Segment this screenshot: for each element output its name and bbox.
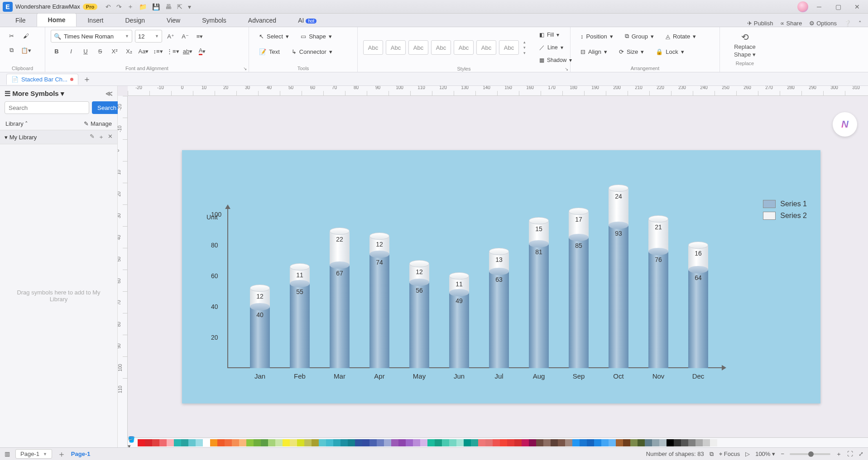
color-swatch[interactable] <box>659 439 667 446</box>
page-tab[interactable]: Page-1 <box>71 451 91 457</box>
connector-tool[interactable]: ↳ Connector ▾ <box>287 45 337 58</box>
color-swatch[interactable] <box>674 439 681 446</box>
lib-add-icon[interactable]: ＋ <box>98 133 104 141</box>
color-swatch[interactable] <box>514 439 522 446</box>
doc-tab[interactable]: 📄 Stacked Bar Ch... <box>6 74 78 85</box>
strikethrough-icon[interactable]: S <box>94 45 106 57</box>
mylibrary-header[interactable]: ▾ My Library <box>5 134 37 141</box>
color-swatch[interactable] <box>601 439 609 446</box>
color-swatch[interactable] <box>275 439 283 446</box>
color-swatch[interactable] <box>210 439 217 446</box>
gallery-up-icon[interactable]: ▴ <box>523 40 526 44</box>
bar-column[interactable]: 1664 <box>688 245 708 368</box>
bullet-list-icon[interactable]: ⋮≡▾ <box>167 45 179 57</box>
focus-button[interactable]: ⌖ Focus <box>719 451 740 458</box>
color-swatch[interactable] <box>239 439 246 446</box>
color-swatch[interactable] <box>681 439 688 446</box>
lib-close-icon[interactable]: ✕ <box>108 133 113 141</box>
bar-column[interactable]: 2267 <box>330 231 350 368</box>
color-swatch[interactable] <box>427 439 435 446</box>
tab-home[interactable]: Home <box>37 13 77 27</box>
underline-icon[interactable]: U <box>80 45 91 57</box>
color-swatch[interactable] <box>471 439 478 446</box>
paste-icon[interactable]: 📋▾ <box>20 44 32 56</box>
search-input[interactable] <box>5 101 89 114</box>
print-icon[interactable]: 🖶 <box>165 3 172 10</box>
gallery-down-icon[interactable]: ▾ <box>523 45 526 50</box>
style-preset[interactable]: Abc <box>476 40 496 55</box>
stacked-bar-chart[interactable]: Unit100806040201240Jan1155Feb2267Mar1274… <box>227 195 762 385</box>
avatar[interactable] <box>797 1 808 12</box>
style-gallery[interactable]: Abc Abc Abc Abc Abc Abc Abc <box>363 40 519 55</box>
tab-advanced[interactable]: Advanced <box>237 14 287 27</box>
color-swatch[interactable] <box>369 439 377 446</box>
size-button[interactable]: ⟳ Size ▾ <box>614 45 648 58</box>
maximize-button[interactable]: ▢ <box>830 3 846 10</box>
color-swatch[interactable] <box>478 439 485 446</box>
text-tool[interactable]: 📝 Text <box>254 45 284 58</box>
color-swatch[interactable] <box>435 439 442 446</box>
change-case-icon[interactable]: Aa▾ <box>138 45 149 57</box>
tab-symbols[interactable]: Symbols <box>191 14 237 27</box>
library-dropzone[interactable]: Drag symbols here to add to My Library <box>0 144 117 447</box>
color-swatch[interactable] <box>565 439 572 446</box>
color-swatch[interactable] <box>406 439 413 446</box>
style-preset[interactable]: Abc <box>363 40 383 55</box>
style-preset[interactable]: Abc <box>408 40 428 55</box>
color-swatch[interactable] <box>456 439 464 446</box>
tab-ai[interactable]: AIhot <box>287 14 327 27</box>
help-icon[interactable]: ❔ <box>844 20 851 27</box>
gallery-more-icon[interactable]: ▾ <box>523 51 526 55</box>
presentation-icon[interactable]: ▷ <box>745 451 750 457</box>
group-button[interactable]: ⧉ Group ▾ <box>620 30 658 43</box>
select-tool[interactable]: ↖ Select ▾ <box>254 30 293 43</box>
color-swatch[interactable] <box>391 439 398 446</box>
style-preset[interactable]: Abc <box>431 40 451 55</box>
lib-edit-icon[interactable]: ✎ <box>90 133 95 141</box>
format-painter-icon[interactable]: 🖌 <box>20 30 32 42</box>
font-size-select[interactable]: 12▼ <box>135 30 162 43</box>
fill-bucket-icon[interactable]: 🪣▾ <box>128 438 138 448</box>
color-swatch[interactable] <box>333 439 340 446</box>
bar-column[interactable]: 1240 <box>250 288 270 368</box>
bar-column[interactable]: 1581 <box>529 221 549 368</box>
bar-column[interactable]: 1149 <box>449 276 469 368</box>
color-swatch[interactable] <box>152 439 159 446</box>
decrease-font-icon[interactable]: A⁻ <box>179 30 191 42</box>
italic-icon[interactable]: I <box>65 45 77 57</box>
color-swatch[interactable] <box>232 439 239 446</box>
color-swatch[interactable] <box>710 439 717 446</box>
bold-icon[interactable]: B <box>51 45 62 57</box>
page-select[interactable]: Page-1▼ <box>15 449 52 459</box>
options-button[interactable]: ⚙ Options <box>809 20 837 27</box>
superscript-icon[interactable]: X² <box>109 45 120 57</box>
color-swatch[interactable] <box>377 439 384 446</box>
share-button[interactable]: ∝ Share <box>780 20 802 27</box>
tab-view[interactable]: View <box>156 14 191 27</box>
style-preset[interactable]: Abc <box>386 40 406 55</box>
canvas[interactable]: Unit100806040201240Jan1155Feb2267Mar1274… <box>128 96 868 437</box>
export-icon[interactable]: ⇱ <box>177 3 182 10</box>
color-swatch[interactable] <box>695 439 703 446</box>
bar-column[interactable]: 1155 <box>290 267 310 368</box>
bar-column[interactable]: 1274 <box>369 236 389 368</box>
increase-font-icon[interactable]: A⁺ <box>165 30 177 42</box>
color-swatch[interactable] <box>558 439 565 446</box>
fit-page-icon[interactable]: ⛶ <box>847 451 853 457</box>
color-swatch[interactable] <box>297 439 304 446</box>
collapse-panel-icon[interactable]: ≪ <box>106 90 113 98</box>
color-swatch[interactable] <box>703 439 710 446</box>
color-swatch[interactable] <box>587 439 594 446</box>
color-swatch[interactable] <box>340 439 348 446</box>
copy-icon[interactable]: ⧉ <box>5 44 17 56</box>
color-swatch[interactable] <box>246 439 254 446</box>
page[interactable]: Unit100806040201240Jan1155Feb2267Mar1274… <box>182 150 820 403</box>
color-swatch[interactable] <box>609 439 616 446</box>
color-swatch[interactable] <box>181 439 188 446</box>
color-swatch[interactable] <box>485 439 493 446</box>
color-swatch[interactable] <box>326 439 333 446</box>
color-swatch[interactable] <box>464 439 471 446</box>
color-swatch[interactable] <box>449 439 456 446</box>
style-preset[interactable]: Abc <box>499 40 519 55</box>
redo-icon[interactable]: ↷ <box>116 3 122 10</box>
